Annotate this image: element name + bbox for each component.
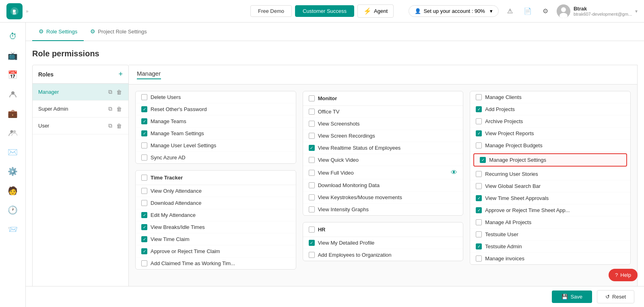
app-logo: [6, 3, 23, 19]
user-email: btrak607-development@gm...: [574, 12, 632, 16]
checkbox-view-screenshots[interactable]: [309, 121, 315, 127]
role-item-super-admin[interactable]: Super Admin ⧉ 🗑: [33, 101, 128, 117]
checkbox-download-attendance[interactable]: [141, 200, 147, 206]
perm-item-download-attendance: Download Attendance: [136, 197, 296, 209]
sidebar-item-mail[interactable]: ✉️: [4, 143, 22, 161]
checkbox-download-monitoring[interactable]: [309, 182, 315, 188]
delete-role-manager-button[interactable]: 🗑: [116, 88, 123, 96]
perm-item-view-realtime: ✓ View Realtime Status of Employees: [303, 142, 463, 154]
free-demo-button[interactable]: Free Demo: [250, 5, 292, 17]
copy-role-super-admin-button[interactable]: ⧉: [107, 105, 113, 113]
checkbox-manage-teams[interactable]: ✓: [141, 118, 147, 124]
perm-item-view-intensity: View Intensity Graphs: [303, 204, 463, 215]
checkbox-monitor-all[interactable]: [309, 95, 315, 101]
perm-section-projects: Manage Clients ✓ Add Projects Archive Pr…: [470, 91, 631, 265]
delete-role-user-button[interactable]: 🗑: [116, 122, 123, 130]
tab-role-settings[interactable]: ⚙ Role Settings: [32, 23, 84, 41]
eye-icon: 👁: [451, 169, 457, 176]
add-role-button[interactable]: +: [118, 70, 123, 78]
checkbox-sync-azure[interactable]: [141, 155, 147, 161]
perm-item-approve-time-claim: ✓ Approve or Reject Time Claim: [136, 245, 296, 258]
checkbox-hr-all[interactable]: [309, 227, 315, 233]
sidebar-item-briefcase[interactable]: 💼: [4, 105, 22, 122]
gear-icon[interactable]: ⚙: [539, 5, 552, 18]
checkbox-view-time-claim[interactable]: ✓: [141, 236, 147, 242]
sidebar-item-timer[interactable]: ⏱: [4, 27, 22, 45]
tab-project-role-settings[interactable]: ⚙ Project Role Settings: [84, 23, 153, 41]
role-item-manager[interactable]: Manager ⧉ 🗑: [33, 84, 128, 101]
copy-role-manager-button[interactable]: ⧉: [107, 88, 113, 96]
sidebar-item-clock[interactable]: 🕐: [4, 201, 22, 219]
checkbox-manage-clients[interactable]: [476, 94, 482, 100]
checkbox-add-projects[interactable]: ✓: [476, 106, 482, 112]
setup-button[interactable]: 👤 Set up your account : 90% ▾: [409, 5, 498, 17]
checkbox-view-breaks[interactable]: ✓: [141, 224, 147, 230]
checkbox-testsuite-admin[interactable]: ✓: [476, 243, 482, 249]
checkbox-view-screen-recordings[interactable]: [309, 133, 315, 139]
role-item-user[interactable]: User ⧉ 🗑: [33, 117, 128, 134]
checkbox-add-employees[interactable]: [309, 252, 315, 258]
checkbox-view-realtime[interactable]: ✓: [309, 145, 315, 151]
checkbox-approve-reject-timesheet[interactable]: ✓: [476, 207, 482, 213]
help-label: Help: [620, 272, 631, 278]
sidebar-item-settings[interactable]: ⚙️: [4, 163, 22, 180]
label-add-claimed-time: Add Claimed Time as Working Tim...: [151, 260, 235, 266]
sidebar-item-tv[interactable]: 📺: [4, 47, 22, 64]
copy-role-user-button[interactable]: ⧉: [107, 122, 113, 130]
reset-button[interactable]: ↺ Reset: [597, 290, 634, 303]
checkbox-view-project-reports[interactable]: ✓: [476, 130, 482, 136]
checkbox-view-intensity[interactable]: [309, 206, 315, 212]
sidebar-item-people[interactable]: [4, 85, 22, 103]
checkbox-manage-project-settings[interactable]: ✓: [480, 157, 486, 163]
checkbox-manage-team-settings[interactable]: ✓: [141, 130, 147, 136]
label-recurring-user-stories: Recurring User Stories: [485, 171, 538, 177]
checkbox-manage-user-level[interactable]: [141, 142, 147, 148]
label-testsuite-user: Testsuite User: [485, 231, 518, 237]
checkbox-manage-all-projects[interactable]: [476, 219, 482, 225]
delete-role-super-admin-button[interactable]: 🗑: [116, 105, 123, 113]
perm-item-view-screen-recordings: View Screen Recordings: [303, 130, 463, 142]
sidebar-item-calendar[interactable]: 📅: [4, 66, 22, 84]
label-view-quick-video: View Quick Video: [318, 157, 359, 163]
document-icon[interactable]: 📄: [521, 5, 534, 18]
checkbox-office-tv[interactable]: [309, 109, 315, 115]
help-button[interactable]: ? Help: [609, 269, 638, 281]
checkbox-view-keystrokes[interactable]: [309, 194, 315, 200]
checkbox-manage-invoices[interactable]: [476, 255, 482, 262]
checkbox-manage-project-budgets[interactable]: [476, 142, 482, 148]
user-menu[interactable]: Btrak btrak607-development@gm... ▾: [557, 4, 638, 18]
agent-button[interactable]: ⚡ Agent: [357, 4, 394, 18]
checkbox-reset-password[interactable]: ✓: [141, 106, 147, 112]
checkbox-recurring-user-stories[interactable]: [476, 171, 482, 177]
sidebar-toggle[interactable]: »: [26, 8, 29, 14]
checkbox-time-tracker-all[interactable]: [141, 175, 147, 181]
sidebar-item-send[interactable]: 📨: [4, 220, 22, 238]
checkbox-view-full-video[interactable]: [309, 170, 315, 176]
role-super-admin-actions: ⧉ 🗑: [107, 105, 123, 113]
checkbox-edit-attendance[interactable]: ✓: [141, 212, 147, 218]
checkbox-add-claimed-time[interactable]: [141, 260, 147, 266]
time-tracker-header: Time Tracker: [136, 171, 296, 185]
checkbox-view-global-search[interactable]: [476, 183, 482, 189]
perm-item-testsuite-user: Testsuite User: [470, 229, 630, 241]
save-button[interactable]: 💾 Save: [552, 291, 592, 303]
checkbox-testsuite-user[interactable]: [476, 231, 482, 237]
roles-header: Roles +: [33, 65, 128, 84]
checkbox-view-profile[interactable]: ✓: [309, 240, 315, 246]
label-manage-teams: Manage Teams: [151, 118, 186, 124]
role-user-label: User: [38, 123, 49, 129]
sidebar-item-person2[interactable]: 🧑: [4, 182, 22, 200]
customer-success-button[interactable]: Customer Success: [295, 5, 354, 17]
checkbox-approve-time-claim[interactable]: ✓: [141, 248, 147, 254]
svg-point-6: [13, 130, 16, 133]
label-delete-users: Delete Users: [151, 94, 181, 100]
alert-icon[interactable]: ⚠: [504, 5, 516, 18]
perm-item-manage-teams: ✓ Manage Teams: [136, 115, 296, 128]
checkbox-delete-users[interactable]: [141, 94, 147, 100]
sidebar-item-group[interactable]: [4, 124, 22, 142]
checkbox-view-quick-video[interactable]: [309, 157, 315, 163]
checkbox-view-only-attendance[interactable]: [141, 188, 147, 194]
perm-section-users: Delete Users ✓ Reset Other's Password ✓ …: [135, 91, 296, 164]
checkbox-view-timesheet-approvals[interactable]: ✓: [476, 195, 482, 201]
checkbox-archive-projects[interactable]: [476, 118, 482, 124]
